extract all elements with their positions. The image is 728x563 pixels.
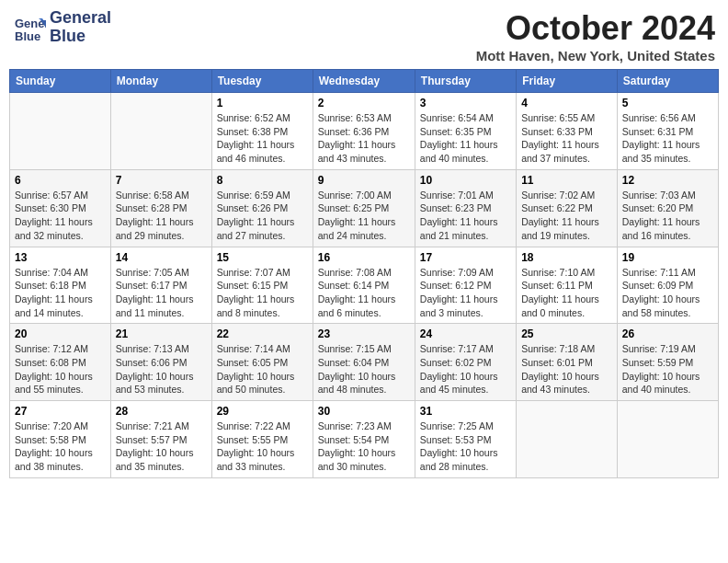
calendar-cell: 28Sunrise: 7:21 AMSunset: 5:57 PMDayligh… <box>110 401 211 478</box>
day-number: 10 <box>420 174 511 187</box>
day-number: 7 <box>116 174 207 187</box>
header-day-tuesday: Tuesday <box>211 70 313 93</box>
day-number: 24 <box>420 327 511 340</box>
header-day-wednesday: Wednesday <box>313 70 415 93</box>
calendar-cell: 20Sunrise: 7:12 AMSunset: 6:08 PMDayligh… <box>10 324 111 401</box>
day-number: 18 <box>521 251 612 264</box>
cell-info: Sunrise: 6:59 AMSunset: 6:26 PMDaylight:… <box>217 189 308 243</box>
calendar-week-1: 1Sunrise: 6:52 AMSunset: 6:38 PMDaylight… <box>10 93 719 170</box>
logo-icon: General Blue <box>13 11 46 44</box>
cell-info: Sunrise: 7:02 AMSunset: 6:22 PMDaylight:… <box>521 189 612 243</box>
calendar-cell <box>10 93 111 170</box>
day-number: 31 <box>420 405 511 418</box>
day-number: 28 <box>116 405 207 418</box>
day-number: 14 <box>116 251 207 264</box>
cell-info: Sunrise: 7:15 AMSunset: 6:04 PMDaylight:… <box>318 342 410 396</box>
day-number: 25 <box>521 327 612 340</box>
calendar-cell: 9Sunrise: 7:00 AMSunset: 6:25 PMDaylight… <box>313 169 415 247</box>
cell-info: Sunrise: 7:09 AMSunset: 6:12 PMDaylight:… <box>420 266 511 320</box>
day-number: 26 <box>622 327 713 340</box>
calendar-cell: 23Sunrise: 7:15 AMSunset: 6:04 PMDayligh… <box>313 324 415 401</box>
day-number: 20 <box>15 327 106 340</box>
calendar-header-row: SundayMondayTuesdayWednesdayThursdayFrid… <box>10 70 719 93</box>
calendar-cell: 31Sunrise: 7:25 AMSunset: 5:53 PMDayligh… <box>415 401 516 478</box>
cell-info: Sunrise: 6:57 AMSunset: 6:30 PMDaylight:… <box>15 189 106 243</box>
calendar-cell: 4Sunrise: 6:55 AMSunset: 6:33 PMDaylight… <box>517 93 618 170</box>
cell-info: Sunrise: 7:05 AMSunset: 6:17 PMDaylight:… <box>116 266 207 320</box>
calendar-cell: 13Sunrise: 7:04 AMSunset: 6:18 PMDayligh… <box>10 247 111 324</box>
header: General Blue General Blue October 2024 M… <box>9 9 719 63</box>
day-number: 6 <box>15 174 106 187</box>
month-title: October 2024 <box>476 9 715 48</box>
day-number: 16 <box>318 251 410 264</box>
calendar-cell: 18Sunrise: 7:10 AMSunset: 6:11 PMDayligh… <box>517 247 618 324</box>
cell-info: Sunrise: 7:25 AMSunset: 5:53 PMDaylight:… <box>420 419 511 474</box>
calendar-cell: 25Sunrise: 7:18 AMSunset: 6:01 PMDayligh… <box>517 324 618 401</box>
calendar-table: SundayMondayTuesdayWednesdayThursdayFrid… <box>9 69 719 478</box>
day-number: 3 <box>420 97 511 109</box>
header-day-saturday: Saturday <box>617 70 718 93</box>
day-number: 17 <box>420 251 511 264</box>
calendar-cell: 7Sunrise: 6:58 AMSunset: 6:28 PMDaylight… <box>110 169 211 247</box>
cell-info: Sunrise: 7:23 AMSunset: 5:54 PMDaylight:… <box>318 419 410 474</box>
calendar-cell: 6Sunrise: 6:57 AMSunset: 6:30 PMDaylight… <box>10 169 111 247</box>
calendar-cell: 11Sunrise: 7:02 AMSunset: 6:22 PMDayligh… <box>517 169 618 247</box>
cell-info: Sunrise: 7:21 AMSunset: 5:57 PMDaylight:… <box>116 419 207 474</box>
day-number: 23 <box>318 327 410 340</box>
day-number: 13 <box>15 251 106 264</box>
calendar-cell: 19Sunrise: 7:11 AMSunset: 6:09 PMDayligh… <box>617 247 718 324</box>
calendar-cell <box>517 401 618 478</box>
calendar-cell <box>617 401 718 478</box>
calendar-cell: 30Sunrise: 7:23 AMSunset: 5:54 PMDayligh… <box>313 401 415 478</box>
calendar-cell: 24Sunrise: 7:17 AMSunset: 6:02 PMDayligh… <box>415 324 516 401</box>
day-number: 12 <box>622 174 713 187</box>
day-number: 2 <box>318 97 410 109</box>
calendar-cell: 10Sunrise: 7:01 AMSunset: 6:23 PMDayligh… <box>415 169 516 247</box>
cell-info: Sunrise: 7:22 AMSunset: 5:55 PMDaylight:… <box>217 419 308 474</box>
cell-info: Sunrise: 7:07 AMSunset: 6:15 PMDaylight:… <box>217 266 308 320</box>
day-number: 29 <box>217 405 308 418</box>
calendar-week-3: 13Sunrise: 7:04 AMSunset: 6:18 PMDayligh… <box>10 247 719 324</box>
calendar-cell: 14Sunrise: 7:05 AMSunset: 6:17 PMDayligh… <box>110 247 211 324</box>
day-number: 11 <box>521 174 612 187</box>
calendar-cell: 2Sunrise: 6:53 AMSunset: 6:36 PMDaylight… <box>313 93 415 170</box>
title-section: October 2024 Mott Haven, New York, Unite… <box>476 9 715 63</box>
cell-info: Sunrise: 7:14 AMSunset: 6:05 PMDaylight:… <box>217 342 308 396</box>
location-title: Mott Haven, New York, United States <box>476 48 715 63</box>
day-number: 5 <box>622 97 713 109</box>
cell-info: Sunrise: 6:55 AMSunset: 6:33 PMDaylight:… <box>521 111 612 166</box>
day-number: 8 <box>217 174 308 187</box>
calendar-cell: 26Sunrise: 7:19 AMSunset: 5:59 PMDayligh… <box>617 324 718 401</box>
calendar-cell: 17Sunrise: 7:09 AMSunset: 6:12 PMDayligh… <box>415 247 516 324</box>
cell-info: Sunrise: 7:17 AMSunset: 6:02 PMDaylight:… <box>420 342 511 396</box>
cell-info: Sunrise: 7:18 AMSunset: 6:01 PMDaylight:… <box>521 342 612 396</box>
calendar-cell: 21Sunrise: 7:13 AMSunset: 6:06 PMDayligh… <box>110 324 211 401</box>
calendar-cell: 12Sunrise: 7:03 AMSunset: 6:20 PMDayligh… <box>617 169 718 247</box>
cell-info: Sunrise: 6:58 AMSunset: 6:28 PMDaylight:… <box>116 189 207 243</box>
header-day-sunday: Sunday <box>10 70 111 93</box>
cell-info: Sunrise: 6:56 AMSunset: 6:31 PMDaylight:… <box>622 111 713 166</box>
calendar-week-2: 6Sunrise: 6:57 AMSunset: 6:30 PMDaylight… <box>10 169 719 247</box>
calendar-cell: 22Sunrise: 7:14 AMSunset: 6:05 PMDayligh… <box>211 324 313 401</box>
cell-info: Sunrise: 7:01 AMSunset: 6:23 PMDaylight:… <box>420 189 511 243</box>
logo-line2: Blue <box>50 28 111 46</box>
svg-text:Blue: Blue <box>15 29 40 43</box>
calendar-cell: 15Sunrise: 7:07 AMSunset: 6:15 PMDayligh… <box>211 247 313 324</box>
day-number: 9 <box>318 174 410 187</box>
cell-info: Sunrise: 7:12 AMSunset: 6:08 PMDaylight:… <box>15 342 106 396</box>
calendar-cell: 29Sunrise: 7:22 AMSunset: 5:55 PMDayligh… <box>211 401 313 478</box>
day-number: 1 <box>217 97 308 109</box>
cell-info: Sunrise: 7:20 AMSunset: 5:58 PMDaylight:… <box>15 419 106 474</box>
calendar-cell: 16Sunrise: 7:08 AMSunset: 6:14 PMDayligh… <box>313 247 415 324</box>
calendar-week-4: 20Sunrise: 7:12 AMSunset: 6:08 PMDayligh… <box>10 324 719 401</box>
header-day-monday: Monday <box>110 70 211 93</box>
cell-info: Sunrise: 7:13 AMSunset: 6:06 PMDaylight:… <box>116 342 207 396</box>
day-number: 30 <box>318 405 410 418</box>
cell-info: Sunrise: 7:04 AMSunset: 6:18 PMDaylight:… <box>15 266 106 320</box>
header-day-friday: Friday <box>517 70 618 93</box>
day-number: 15 <box>217 251 308 264</box>
cell-info: Sunrise: 6:54 AMSunset: 6:35 PMDaylight:… <box>420 111 511 166</box>
calendar-cell: 5Sunrise: 6:56 AMSunset: 6:31 PMDaylight… <box>617 93 718 170</box>
calendar-week-5: 27Sunrise: 7:20 AMSunset: 5:58 PMDayligh… <box>10 401 719 478</box>
cell-info: Sunrise: 7:08 AMSunset: 6:14 PMDaylight:… <box>318 266 410 320</box>
